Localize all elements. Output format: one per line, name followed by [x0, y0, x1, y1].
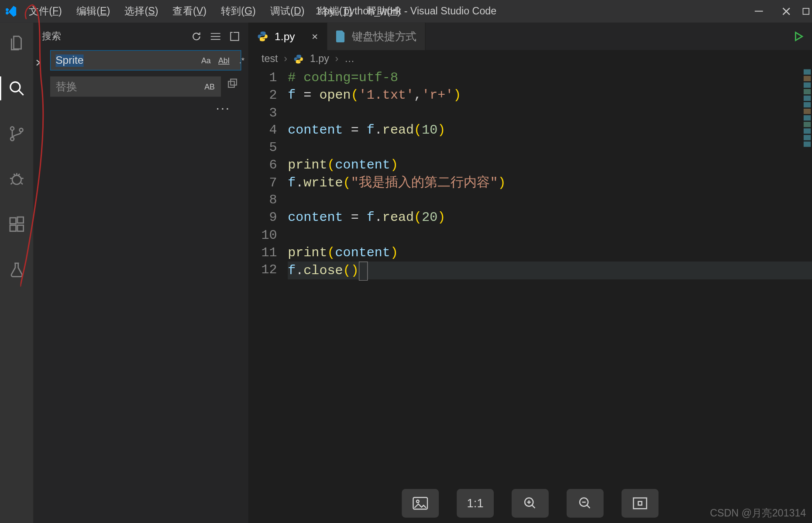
activity-debug[interactable] [0, 165, 34, 193]
search-input[interactable] [51, 51, 199, 70]
chevron-right-icon: › [284, 53, 287, 65]
activity-extensions[interactable] [0, 210, 34, 239]
breadcrumb-more[interactable]: … [344, 53, 354, 65]
tab-1.py[interactable]: 1.py× [248, 23, 327, 50]
editor-tabs: 1.py×键盘快捷方式 [248, 23, 812, 50]
line-number: 5 [248, 139, 277, 157]
svg-rect-7 [10, 218, 16, 224]
svg-rect-13 [228, 81, 234, 87]
watermark-text: CSDN @月亮201314 [710, 506, 806, 520]
line-number: 2 [248, 87, 277, 104]
close-button[interactable] [773, 0, 800, 23]
whole-word-toggle[interactable]: Abl [217, 53, 231, 68]
search-field-row: Aa Abl .* [50, 50, 241, 70]
activity-scm[interactable] [0, 120, 34, 148]
close-tab-icon[interactable]: × [312, 30, 318, 43]
line-number: 11 [248, 244, 277, 262]
toggle-replace-icon[interactable] [32, 55, 44, 71]
activity-bar [0, 23, 34, 523]
replace-all-button[interactable] [224, 73, 241, 93]
run-button[interactable] [784, 23, 812, 50]
match-case-toggle[interactable]: Aa [199, 53, 213, 68]
breadcrumbs[interactable]: test › 1.py › … [248, 50, 812, 68]
regex-toggle[interactable]: .* [234, 53, 249, 68]
tab-label: 1.py [275, 30, 295, 43]
svg-point-2 [10, 82, 20, 92]
code-line[interactable] [288, 227, 812, 244]
menu-item-d[interactable]: 调试(D) [263, 0, 312, 23]
menu-item-s[interactable]: 选择(S) [117, 0, 165, 23]
code-line[interactable]: print(content) [288, 157, 812, 174]
preserve-case-toggle[interactable]: AB [203, 79, 217, 94]
menu-item-e[interactable]: 编辑(E) [69, 0, 117, 23]
image-viewer-toolbar: 1:1 [402, 489, 658, 518]
svg-point-16 [416, 500, 419, 502]
svg-rect-0 [755, 11, 763, 12]
svg-point-6 [12, 175, 21, 185]
minimize-button[interactable] [745, 0, 773, 23]
code-editor[interactable]: 123456789101112 # coding=utf-8f = open('… [248, 68, 812, 279]
svg-rect-10 [17, 217, 24, 223]
chevron-right-icon: › [335, 53, 339, 65]
code-line[interactable]: content = f.read(10) [288, 122, 812, 139]
line-number: 1 [248, 69, 277, 87]
code-lines[interactable]: # coding=utf-8f = open('1.txt','r+')cont… [288, 69, 812, 279]
line-number-gutter: 123456789101112 [248, 69, 288, 279]
zoom-in-button[interactable] [512, 489, 549, 518]
menu-item-f[interactable]: 文件(F) [21, 0, 69, 23]
minimap[interactable] [804, 69, 811, 153]
activity-explorer[interactable] [0, 29, 34, 58]
menu-item-t[interactable]: 终端(T) [312, 0, 359, 23]
svg-point-3 [10, 127, 14, 130]
menu-item-g[interactable]: 转到(G) [213, 0, 263, 23]
svg-rect-9 [17, 225, 24, 231]
menu-item-v[interactable]: 查看(V) [165, 0, 213, 23]
code-line[interactable]: f.close() [288, 262, 812, 279]
line-number: 10 [248, 227, 277, 244]
svg-rect-20 [638, 502, 642, 505]
zoom-ratio-button[interactable]: 1:1 [457, 489, 494, 518]
refresh-icon[interactable] [191, 31, 202, 42]
image-icon-button[interactable] [402, 489, 439, 518]
line-number: 4 [248, 122, 277, 139]
svg-rect-11 [231, 32, 238, 40]
replace-field-row: AB [50, 76, 221, 96]
svg-rect-12 [233, 32, 234, 35]
tab-键盘快捷方式[interactable]: 键盘快捷方式 [327, 23, 426, 50]
sidebar-title: 搜索 [42, 30, 61, 43]
svg-rect-8 [10, 225, 16, 231]
file-icon [335, 31, 346, 42]
line-number: 6 [248, 157, 277, 174]
python-icon [257, 31, 268, 42]
code-line[interactable]: f.write("我是插入的第二行内容") [288, 174, 812, 192]
line-number: 3 [248, 104, 277, 122]
svg-rect-1 [803, 8, 809, 14]
line-number: 12 [248, 262, 277, 279]
code-line[interactable]: print(content) [288, 244, 812, 262]
svg-rect-14 [231, 79, 237, 85]
code-line[interactable]: f = open('1.txt','r+') [288, 87, 812, 104]
activity-search[interactable] [0, 74, 34, 103]
restore-button[interactable] [800, 0, 812, 23]
open-new-editor-icon[interactable] [229, 31, 240, 42]
line-number: 9 [248, 209, 277, 227]
toggle-search-details[interactable]: ··· [38, 97, 241, 116]
menu-item-h[interactable]: 帮助(H) [359, 0, 408, 23]
clear-results-icon[interactable] [210, 32, 221, 41]
activity-test[interactable] [0, 255, 34, 284]
svg-rect-19 [633, 498, 647, 509]
replace-input[interactable] [51, 77, 202, 96]
code-line[interactable]: content = f.read(20) [288, 209, 812, 227]
breadcrumb-file[interactable]: 1.py [310, 53, 329, 65]
editor-area: 1.py×键盘快捷方式 test › 1.py › … 123456789101… [248, 23, 812, 523]
line-number: 7 [248, 174, 277, 192]
vscode-logo-icon [0, 5, 21, 18]
breadcrumb-folder[interactable]: test [261, 53, 278, 65]
code-line[interactable] [288, 139, 812, 157]
code-line[interactable] [288, 192, 812, 209]
code-line[interactable]: # coding=utf-8 [288, 69, 812, 87]
search-sidebar: 搜索 Aa Abl .* [34, 23, 248, 523]
zoom-out-button[interactable] [567, 489, 604, 518]
fullscreen-button[interactable] [622, 489, 659, 518]
code-line[interactable] [288, 104, 812, 122]
